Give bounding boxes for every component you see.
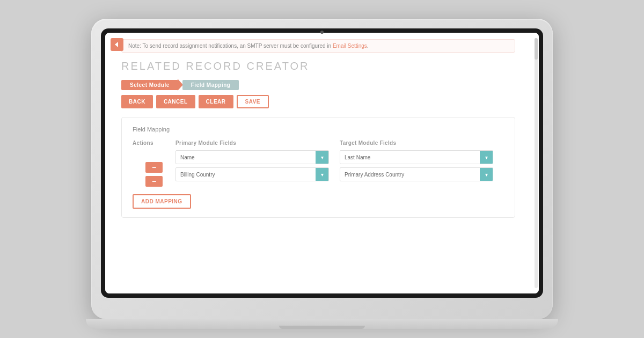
target-field-row-2[interactable]: Primary Address Country xyxy=(340,167,493,181)
steps-breadcrumb: Select Module Field Mapping xyxy=(121,79,515,91)
notification-text: Note: To send record assignment notifica… xyxy=(128,43,333,49)
step-field-mapping: Field Mapping xyxy=(182,80,239,90)
target-fields-column: Last Name Primary Address Country xyxy=(340,150,504,187)
svg-marker-0 xyxy=(115,42,118,47)
actions-col-header: Actions xyxy=(133,140,175,146)
primary-field-row-2[interactable]: Billing Country xyxy=(175,167,329,181)
cancel-button[interactable]: CANCEL xyxy=(156,95,195,108)
primary-field-row-1-text: Name xyxy=(176,155,316,160)
primary-field-row-2-dropdown[interactable] xyxy=(316,168,328,181)
target-field-row-1-text: Last Name xyxy=(340,155,480,160)
field-mapping-card: Field Mapping Actions Primary Module Fie… xyxy=(121,117,515,218)
remove-row-1-button[interactable]: − xyxy=(145,162,163,173)
back-button[interactable]: BACK xyxy=(121,95,153,108)
primary-field-row-2-text: Billing Country xyxy=(176,172,316,178)
scrollbar-track[interactable] xyxy=(535,38,538,288)
notification-bar: Note: To send record assignment notifica… xyxy=(121,39,515,53)
primary-field-row-1-dropdown[interactable] xyxy=(316,151,328,164)
target-field-row-1[interactable]: Last Name xyxy=(340,150,493,164)
sidebar-toggle-button[interactable] xyxy=(111,38,123,51)
card-title: Field Mapping xyxy=(133,126,504,133)
add-mapping-button[interactable]: ADD MAPPING xyxy=(133,194,191,209)
target-field-row-2-dropdown[interactable] xyxy=(480,168,493,181)
clear-button[interactable]: CLEAR xyxy=(199,95,233,108)
page-title: RELATED RECORD CREATOR xyxy=(121,60,515,72)
target-field-row-2-text: Primary Address Country xyxy=(340,172,480,178)
action-buttons-bar: BACK CANCEL CLEAR SAVE xyxy=(121,95,515,108)
step-select-module: Select Module xyxy=(121,80,178,90)
remove-row-2-button[interactable]: − xyxy=(145,176,163,187)
laptop-base xyxy=(86,319,558,329)
actions-column: − − xyxy=(133,150,175,187)
mapping-table: Actions Primary Module Fields Target Mod… xyxy=(133,140,504,187)
primary-col-header: Primary Module Fields xyxy=(175,140,340,146)
save-button[interactable]: SAVE xyxy=(237,95,269,108)
scrollbar-thumb[interactable] xyxy=(535,38,538,60)
target-field-row-1-dropdown[interactable] xyxy=(480,151,493,164)
primary-field-row-1[interactable]: Name xyxy=(175,150,329,164)
email-settings-link[interactable]: Email Settings xyxy=(333,43,367,49)
target-col-header: Target Module Fields xyxy=(340,140,504,146)
camera-dot xyxy=(320,31,324,34)
primary-fields-column: Name Billing Country xyxy=(175,150,340,187)
